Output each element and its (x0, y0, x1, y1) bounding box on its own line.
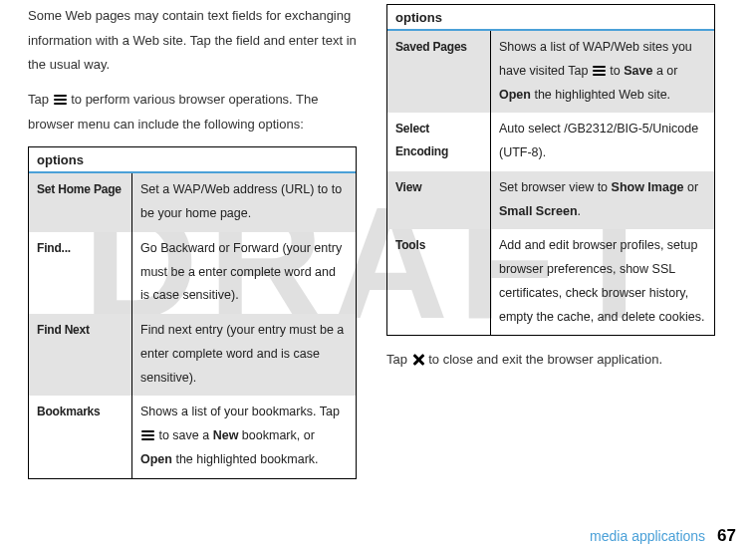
options-table-body-left: Set Home PageSet a WAP/Web address (URL)… (29, 173, 357, 478)
tap-menu-paragraph: Tap to perform various browser operation… (28, 88, 357, 136)
text: or (683, 180, 698, 194)
option-label: View (387, 171, 491, 230)
option-description: Auto select /GB2312/BIG-5/Unicode (UTF-8… (491, 113, 715, 171)
close-icon (412, 354, 424, 366)
page-number: 67 (717, 526, 736, 546)
text: a or (652, 64, 677, 78)
text: Auto select /GB2312/BIG-5/Unicode (UTF-8… (499, 122, 698, 159)
table-row: ViewSet browser view to Show Image or Sm… (387, 171, 715, 230)
menu-icon (593, 66, 606, 76)
bold-text: Show Image (612, 180, 684, 194)
text: to save a (155, 428, 213, 442)
table-row: BookmarksShows a list of your bookmarks.… (29, 396, 357, 478)
text: Add and edit browser profiles, setup bro… (499, 238, 704, 323)
intro-paragraph: Some Web pages may contain text fields f… (28, 4, 357, 78)
bold-text: Open (499, 88, 531, 102)
options-table-header: options (29, 147, 357, 172)
bold-text: Small Screen (499, 204, 578, 218)
option-description: Go Backward or Forward (your entry must … (132, 232, 357, 314)
option-label: Select Encoding (387, 113, 491, 171)
text: Tap (28, 92, 53, 107)
bold-text: Open (140, 452, 172, 466)
right-column: options Saved PagesShows a list of WAP/W… (386, 4, 715, 479)
option-label: Set Home Page (29, 173, 132, 232)
option-label: Saved Pages (387, 31, 491, 113)
table-row: Set Home PageSet a WAP/Web address (URL)… (29, 173, 357, 232)
text: the highlighted Web site. (531, 88, 670, 102)
table-row: Saved PagesShows a list of WAP/Web sites… (387, 31, 715, 113)
bold-text: New (213, 428, 239, 442)
options-table-right: options Saved PagesShows a list of WAP/W… (386, 4, 715, 336)
bold-text: Save (624, 64, 652, 78)
table-row: Select EncodingAuto select /GB2312/BIG-5… (387, 113, 715, 171)
option-description: Set a WAP/Web address (URL) to to be you… (132, 173, 357, 232)
options-table-left: options Set Home PageSet a WAP/Web addre… (28, 146, 357, 478)
text: Set a WAP/Web address (URL) to to be you… (140, 182, 342, 220)
text: . (578, 204, 581, 218)
text: Shows a list of your bookmarks. Tap (140, 405, 340, 418)
text: Set browser view to (499, 180, 612, 194)
options-table-header: options (387, 5, 715, 30)
text: to (607, 64, 624, 78)
option-description: Add and edit browser profiles, setup bro… (491, 229, 715, 336)
text: bookmark, or (238, 428, 314, 442)
text: the highlighted bookmark. (172, 452, 319, 466)
text: Find next entry (your entry must be a en… (140, 323, 344, 385)
page-footer: media applications 67 (0, 526, 756, 546)
option-label: Tools (387, 229, 491, 336)
option-label: Find Next (29, 314, 132, 396)
table-row: ToolsAdd and edit browser profiles, setu… (387, 229, 715, 336)
option-label: Find... (29, 232, 132, 314)
close-paragraph: Tap to close and exit the browser applic… (386, 348, 715, 373)
options-table-body-right: Saved PagesShows a list of WAP/Web sites… (387, 31, 715, 336)
left-column: Some Web pages may contain text fields f… (28, 4, 357, 479)
section-label: media applications (590, 528, 705, 544)
text: Go Backward or Forward (your entry must … (140, 241, 342, 303)
table-row: Find NextFind next entry (your entry mus… (29, 314, 357, 396)
menu-icon (54, 95, 67, 105)
option-description: Shows a list of WAP/Web sites you have v… (491, 31, 715, 113)
text: to perform various browser operations. T… (28, 92, 319, 132)
table-row: Find...Go Backward or Forward (your entr… (29, 232, 357, 314)
option-description: Set browser view to Show Image or Small … (491, 171, 715, 230)
text: Tap (386, 352, 411, 367)
option-description: Find next entry (your entry must be a en… (132, 314, 357, 396)
option-label: Bookmarks (29, 396, 132, 478)
menu-icon (141, 430, 154, 440)
text: to close and exit the browser applicatio… (425, 352, 662, 367)
option-description: Shows a list of your bookmarks. Tap to s… (132, 396, 357, 478)
